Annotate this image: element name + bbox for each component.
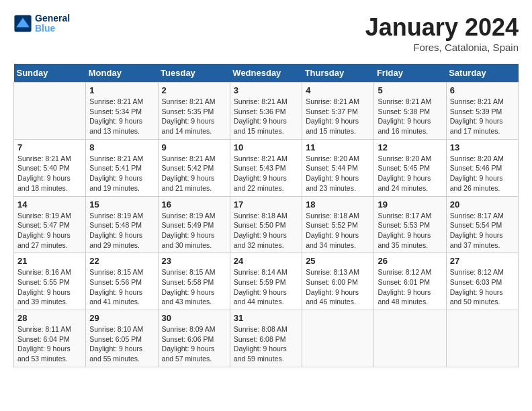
calendar-cell: 8Sunrise: 8:21 AM Sunset: 5:41 PM Daylig… [86,139,158,196]
day-number: 14 [17,199,82,210]
logo-icon [13,14,32,33]
month-title: January 2024 [365,13,519,42]
day-info: Sunrise: 8:17 AM Sunset: 5:54 PM Dayligh… [450,211,515,250]
day-number: 15 [89,199,154,210]
calendar-week-row: 1Sunrise: 8:21 AM Sunset: 5:34 PM Daylig… [14,83,519,140]
day-number: 9 [162,142,226,152]
calendar-cell: 21Sunrise: 8:16 AM Sunset: 5:55 PM Dayli… [14,253,86,310]
day-info: Sunrise: 8:16 AM Sunset: 5:55 PM Dayligh… [17,267,82,307]
day-number: 24 [234,256,298,266]
calendar-cell: 6Sunrise: 8:21 AM Sunset: 5:39 PM Daylig… [446,83,518,140]
day-info: Sunrise: 8:12 AM Sunset: 6:01 PM Dayligh… [378,267,442,307]
day-number: 13 [450,142,515,152]
calendar-cell: 25Sunrise: 8:13 AM Sunset: 6:00 PM Dayli… [302,253,374,310]
calendar-cell: 12Sunrise: 8:20 AM Sunset: 5:45 PM Dayli… [374,139,446,196]
day-number: 6 [450,85,515,95]
day-info: Sunrise: 8:21 AM Sunset: 5:37 PM Dayligh… [306,97,370,136]
day-info: Sunrise: 8:19 AM Sunset: 5:49 PM Dayligh… [162,211,226,250]
calendar-cell: 2Sunrise: 8:21 AM Sunset: 5:35 PM Daylig… [158,83,230,140]
day-info: Sunrise: 8:21 AM Sunset: 5:38 PM Dayligh… [378,97,442,136]
day-number: 23 [162,256,226,266]
day-number: 31 [234,313,298,323]
header-cell-thursday: Thursday [302,64,374,83]
day-number: 21 [17,256,82,266]
calendar-cell [302,310,374,367]
logo-text: General Blue [35,13,70,34]
day-number: 17 [234,199,298,210]
day-number: 20 [450,199,515,210]
day-number: 30 [162,313,226,323]
day-info: Sunrise: 8:14 AM Sunset: 5:59 PM Dayligh… [234,267,298,307]
day-info: Sunrise: 8:18 AM Sunset: 5:52 PM Dayligh… [306,211,370,250]
day-number: 25 [306,256,370,266]
calendar-cell: 31Sunrise: 8:08 AM Sunset: 6:08 PM Dayli… [230,310,302,367]
day-info: Sunrise: 8:21 AM Sunset: 5:43 PM Dayligh… [234,154,298,193]
calendar-cell: 10Sunrise: 8:21 AM Sunset: 5:43 PM Dayli… [230,139,302,196]
calendar-cell: 17Sunrise: 8:18 AM Sunset: 5:50 PM Dayli… [230,196,302,253]
calendar-cell: 11Sunrise: 8:20 AM Sunset: 5:44 PM Dayli… [302,139,374,196]
day-info: Sunrise: 8:11 AM Sunset: 6:04 PM Dayligh… [17,324,82,364]
calendar-cell: 22Sunrise: 8:15 AM Sunset: 5:56 PM Dayli… [86,253,158,310]
day-number: 4 [306,85,370,95]
calendar-cell: 5Sunrise: 8:21 AM Sunset: 5:38 PM Daylig… [374,83,446,140]
header-cell-monday: Monday [86,64,158,83]
day-number: 3 [234,85,298,95]
day-number: 2 [162,85,226,95]
day-info: Sunrise: 8:21 AM Sunset: 5:41 PM Dayligh… [89,154,154,193]
day-number: 12 [378,142,442,152]
calendar-cell [374,310,446,367]
day-number: 8 [89,142,154,152]
day-info: Sunrise: 8:21 AM Sunset: 5:42 PM Dayligh… [162,154,226,193]
day-info: Sunrise: 8:10 AM Sunset: 6:05 PM Dayligh… [89,324,154,364]
day-number: 1 [89,85,154,95]
day-number: 28 [17,313,82,323]
day-info: Sunrise: 8:21 AM Sunset: 5:36 PM Dayligh… [234,97,298,136]
day-number: 29 [89,313,154,323]
calendar-cell: 1Sunrise: 8:21 AM Sunset: 5:34 PM Daylig… [86,83,158,140]
calendar-cell: 9Sunrise: 8:21 AM Sunset: 5:42 PM Daylig… [158,139,230,196]
header-cell-tuesday: Tuesday [158,64,230,83]
calendar-week-row: 14Sunrise: 8:19 AM Sunset: 5:47 PM Dayli… [14,196,519,253]
day-info: Sunrise: 8:12 AM Sunset: 6:03 PM Dayligh… [450,267,515,307]
calendar-cell: 16Sunrise: 8:19 AM Sunset: 5:49 PM Dayli… [158,196,230,253]
header-cell-wednesday: Wednesday [230,64,302,83]
day-info: Sunrise: 8:13 AM Sunset: 6:00 PM Dayligh… [306,267,370,307]
calendar-week-row: 21Sunrise: 8:16 AM Sunset: 5:55 PM Dayli… [14,253,519,310]
calendar-cell: 27Sunrise: 8:12 AM Sunset: 6:03 PM Dayli… [446,253,518,310]
day-info: Sunrise: 8:15 AM Sunset: 5:56 PM Dayligh… [89,267,154,307]
calendar-cell: 14Sunrise: 8:19 AM Sunset: 5:47 PM Dayli… [14,196,86,253]
day-info: Sunrise: 8:21 AM Sunset: 5:35 PM Dayligh… [162,97,226,136]
calendar-cell: 19Sunrise: 8:17 AM Sunset: 5:53 PM Dayli… [374,196,446,253]
calendar-cell: 29Sunrise: 8:10 AM Sunset: 6:05 PM Dayli… [86,310,158,367]
day-info: Sunrise: 8:15 AM Sunset: 5:58 PM Dayligh… [162,267,226,307]
calendar-cell [14,83,86,140]
day-info: Sunrise: 8:19 AM Sunset: 5:47 PM Dayligh… [17,211,82,250]
header-cell-friday: Friday [374,64,446,83]
calendar-cell: 3Sunrise: 8:21 AM Sunset: 5:36 PM Daylig… [230,83,302,140]
day-info: Sunrise: 8:08 AM Sunset: 6:08 PM Dayligh… [234,324,298,364]
day-info: Sunrise: 8:17 AM Sunset: 5:53 PM Dayligh… [378,211,442,250]
day-info: Sunrise: 8:21 AM Sunset: 5:34 PM Dayligh… [89,97,154,136]
calendar-table: SundayMondayTuesdayWednesdayThursdayFrid… [13,64,519,367]
day-number: 10 [234,142,298,152]
day-info: Sunrise: 8:18 AM Sunset: 5:50 PM Dayligh… [234,211,298,250]
header-cell-sunday: Sunday [14,64,86,83]
day-number: 5 [378,85,442,95]
day-info: Sunrise: 8:20 AM Sunset: 5:44 PM Dayligh… [306,154,370,193]
calendar-body: 1Sunrise: 8:21 AM Sunset: 5:34 PM Daylig… [14,83,519,367]
calendar-cell [446,310,518,367]
page-header: General Blue January 2024 Fores, Catalon… [13,13,519,53]
subtitle: Fores, Catalonia, Spain [365,42,519,53]
day-info: Sunrise: 8:21 AM Sunset: 5:40 PM Dayligh… [17,154,82,193]
day-number: 7 [17,142,82,152]
day-number: 19 [378,199,442,210]
calendar-week-row: 7Sunrise: 8:21 AM Sunset: 5:40 PM Daylig… [14,139,519,196]
calendar-cell: 23Sunrise: 8:15 AM Sunset: 5:58 PM Dayli… [158,253,230,310]
day-number: 22 [89,256,154,266]
day-number: 27 [450,256,515,266]
day-number: 11 [306,142,370,152]
day-info: Sunrise: 8:09 AM Sunset: 6:06 PM Dayligh… [162,324,226,364]
calendar-cell: 24Sunrise: 8:14 AM Sunset: 5:59 PM Dayli… [230,253,302,310]
day-info: Sunrise: 8:21 AM Sunset: 5:39 PM Dayligh… [450,97,515,136]
calendar-cell: 26Sunrise: 8:12 AM Sunset: 6:01 PM Dayli… [374,253,446,310]
